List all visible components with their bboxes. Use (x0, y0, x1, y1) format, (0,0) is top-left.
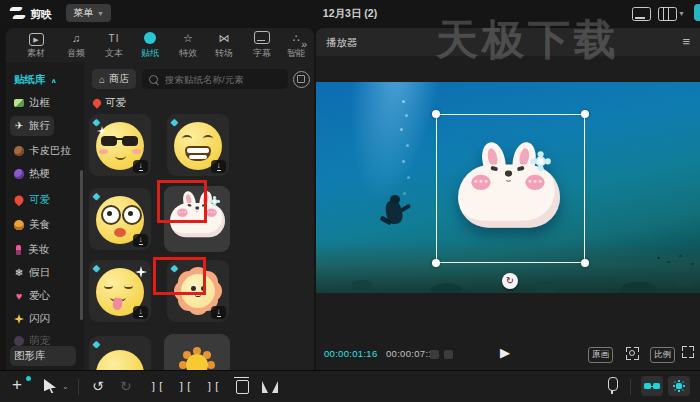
notification-dot (26, 376, 31, 381)
video-preview[interactable]: ↻ (316, 82, 700, 293)
tab-media[interactable]: ▶ 素材 (18, 31, 54, 60)
microphone-icon[interactable] (608, 377, 618, 391)
download-icon[interactable]: ↓ (133, 306, 148, 319)
sidebar-item-travel[interactable]: ✈ 旅行 (10, 116, 54, 136)
shop-button[interactable]: ⌂ 商店 (92, 69, 136, 89)
sticker-tile-surprised-emoji[interactable]: ◆ ↓ (89, 188, 151, 250)
sticker-tile-sunglasses-emoji[interactable]: ◆ ↓ (89, 114, 151, 176)
premium-diamond-icon: ◆ (171, 117, 178, 127)
split-icon[interactable]: ][ (150, 380, 165, 393)
redo-icon[interactable]: ↻ (120, 378, 132, 395)
food-icon (14, 220, 24, 230)
transition-icon: ⋈ (206, 31, 242, 46)
preview-zoom-icon[interactable] (626, 347, 639, 360)
sidebar-item-memes[interactable]: 热梗 (10, 164, 54, 184)
trim-left-icon[interactable]: ][ (178, 380, 193, 393)
shop-icon: ⌂ (99, 74, 105, 85)
sticker-selection-box[interactable] (436, 114, 585, 263)
delete-icon[interactable] (236, 380, 249, 394)
sidebar-item-beauty[interactable]: 美妆 (10, 240, 53, 260)
sidebar-item-sparkles[interactable]: 闪闪 (10, 309, 54, 329)
auto-snap-toggle[interactable] (668, 376, 690, 396)
export-button-edge[interactable] (694, 4, 700, 21)
timeline-toolbar: + ⌄ ↺ ↻ ][ ][ ][ (0, 370, 700, 402)
scuba-diver (378, 194, 412, 228)
premium-diamond-icon: ◆ (93, 339, 100, 349)
search-input[interactable] (163, 73, 277, 86)
capybara-icon (14, 146, 24, 156)
tab-ai[interactable]: ∴ 智能 (278, 31, 314, 60)
tab-captions[interactable]: 字幕 (244, 31, 280, 60)
premium-diamond-icon: ◆ (171, 263, 178, 273)
resize-handle-bottom-right[interactable] (581, 259, 589, 267)
sidebar-item-food[interactable]: 美食 (10, 215, 54, 235)
resize-handle-top-left[interactable] (432, 110, 440, 118)
lipstick-icon (16, 245, 21, 255)
download-icon[interactable]: ↓ (133, 234, 148, 247)
sidebar-item-hearts[interactable]: ♥ 爱心 (10, 286, 54, 306)
fullscreen-icon[interactable] (682, 346, 694, 358)
premium-diamond-icon: ◆ (93, 191, 100, 201)
download-icon[interactable]: ↓ (211, 306, 226, 319)
tab-effects[interactable]: ☆ 特效 (170, 31, 206, 60)
tab-text[interactable]: TI 文本 (96, 31, 132, 60)
sidebar-item-holiday[interactable]: ❄ 假日 (10, 263, 54, 283)
sidebar-item-cute[interactable]: 可爱 (10, 190, 54, 210)
premium-diamond-icon: ◆ (93, 263, 100, 273)
tabs-overflow-chevron[interactable]: » (301, 38, 307, 50)
search-icon (149, 75, 158, 84)
download-icon[interactable]: ↓ (211, 160, 226, 173)
chevron-up-icon: ∧ (51, 76, 58, 83)
audio-icon: ♫ (58, 31, 94, 46)
sticker-tile-flower-face[interactable]: ◆ ↓ (167, 260, 229, 322)
captions-icon (254, 31, 270, 44)
mirror-icon[interactable] (262, 379, 278, 393)
sticker-icon (144, 32, 156, 44)
sidebar-item-capybara[interactable]: 卡皮巴拉 (10, 141, 75, 161)
player-controls: 00:00:01:16 00:00:07:14 ▶ 原画 比例 (316, 342, 700, 366)
layout-panels-icon[interactable] (658, 7, 677, 21)
premium-diamond-icon: ◆ (93, 117, 100, 127)
hamburger-menu-icon[interactable]: ≡ (682, 34, 690, 49)
tab-transitions[interactable]: ⋈ 转场 (206, 31, 242, 60)
airplane-icon: ✈ (14, 121, 24, 131)
shortcut-keyboard-icon[interactable] (632, 7, 651, 21)
pin-icon (91, 97, 102, 108)
trim-right-icon[interactable]: ][ (206, 380, 221, 393)
main-track-magnet-toggle[interactable] (641, 376, 663, 396)
resize-handle-top-right[interactable] (581, 110, 589, 118)
heart-icon: ♥ (14, 291, 24, 301)
rotate-handle-icon[interactable]: ↻ (502, 273, 518, 289)
player-header: 播放器 ≡ (316, 28, 700, 56)
sidebar-header-graphics-library[interactable]: 图形库 (10, 346, 76, 366)
sidebar-scrollbar[interactable] (80, 170, 83, 320)
media-tab-strip: ▶ 素材 ♫ 音频 TI 文本 贴纸 ☆ 特效 ⋈ 转场 字幕 ∴ 智能 (6, 28, 314, 62)
effects-icon: ☆ (170, 31, 206, 46)
rabbit-sticker-art (170, 191, 225, 238)
sticker-tile-rabbit[interactable] (164, 186, 230, 252)
chevron-down-icon[interactable]: ⌄ (62, 382, 69, 391)
meme-icon (14, 169, 24, 179)
chevron-down-icon[interactable]: ▼ (678, 10, 685, 17)
download-icon[interactable]: ↓ (133, 160, 148, 173)
light-beam (334, 82, 444, 208)
select-cursor-icon[interactable] (44, 379, 56, 393)
add-track-button[interactable]: + (12, 375, 22, 395)
image-search-icon[interactable] (293, 71, 310, 88)
resize-handle-bottom-left[interactable] (432, 259, 440, 267)
player-title: 播放器 (326, 36, 358, 50)
player-panel: 播放器 ≡ (316, 28, 700, 370)
divider (78, 379, 79, 395)
tab-audio[interactable]: ♫ 音频 (58, 31, 94, 60)
sidebar-header-sticker-library[interactable]: 贴纸库 ∧ (10, 70, 61, 90)
ratio-button[interactable]: 比例 (650, 347, 675, 363)
play-button[interactable]: ▶ (500, 345, 510, 360)
undo-icon[interactable]: ↺ (92, 378, 104, 395)
sticker-tile-tongue-emoji[interactable]: ◆ ↓ (89, 260, 151, 322)
disabled-icon (430, 350, 439, 359)
sticker-tile-grin-emoji[interactable]: ◆ ↓ (167, 114, 229, 176)
current-time: 00:00:01:16 (324, 348, 378, 359)
quality-button[interactable]: 原画 (588, 347, 613, 363)
tab-sticker[interactable]: 贴纸 (132, 31, 168, 60)
sidebar-item-frames[interactable]: 边框 (10, 93, 54, 113)
